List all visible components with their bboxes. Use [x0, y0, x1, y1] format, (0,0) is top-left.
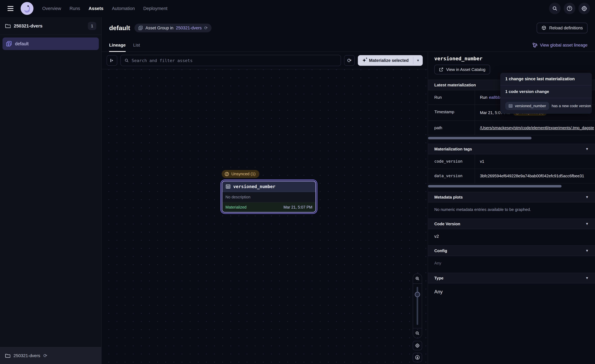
chevron-down-icon: ▼	[585, 147, 589, 151]
page-header: default Asset Group in 250321-dvers ⟳	[102, 17, 595, 39]
graph-settings-gear-icon[interactable]	[413, 341, 422, 350]
config-value: Any	[428, 256, 595, 270]
chevron-down-icon: ▼	[585, 276, 589, 280]
asset-search-box	[120, 55, 341, 66]
run-row-label: Run	[428, 90, 475, 105]
sidebar-footer-label: 250321-dvers	[14, 353, 40, 358]
search-icon	[124, 58, 129, 63]
hamburger-menu-icon[interactable]	[5, 3, 16, 14]
tag-key: data_version	[428, 169, 475, 183]
sidebar-group-row[interactable]: 250321-dvers 1	[0, 17, 101, 35]
search-input[interactable]	[132, 58, 337, 63]
folder-icon	[5, 353, 10, 358]
lineage-graph-icon	[532, 43, 538, 48]
refresh-icon[interactable]: ⟳	[344, 55, 355, 66]
canvas-toolbar: ⟳ ✦ Materialize selected ▼	[102, 52, 428, 69]
page-title: default	[109, 24, 130, 32]
lineage-graph-area[interactable]: Unsynced (1) versioned_number No descrip…	[102, 69, 428, 364]
tag-key: code_version	[428, 154, 475, 168]
main-nav: Overview Runs Assets Automation Deployme…	[42, 6, 167, 11]
sidebar-item-label: default	[15, 41, 28, 46]
asset-node-name: versioned_number	[233, 184, 276, 189]
asset-pill[interactable]: versioned_number	[505, 102, 549, 110]
zoom-out-icon[interactable]	[413, 328, 422, 338]
dagster-logo[interactable]	[21, 2, 34, 15]
section-materialization-tags[interactable]: Materialization tags ▼	[428, 144, 595, 154]
panel-asset-title: versioned_number	[434, 56, 589, 62]
view-global-asset-lineage-label: View global asset lineage	[540, 43, 588, 48]
lineage-canvas: ⟳ ✦ Materialize selected ▼	[102, 52, 428, 364]
external-link-icon	[439, 67, 443, 72]
download-image-icon[interactable]	[413, 353, 422, 362]
tabs-row: Lineage List View global asset lineage	[102, 39, 595, 52]
search-icon[interactable]	[549, 3, 561, 14]
zoom-slider-thumb[interactable]	[415, 292, 420, 297]
sidebar-footer: 250321-dvers ⟳	[0, 347, 101, 364]
folder-icon	[5, 23, 11, 29]
table-row: code_version v1	[428, 154, 595, 169]
nav-item-deployment[interactable]: Deployment	[143, 6, 167, 11]
zoom-controls	[413, 273, 422, 362]
tab-list[interactable]: List	[133, 39, 140, 52]
help-icon[interactable]	[564, 3, 575, 14]
scrollbar-thumb[interactable]	[428, 185, 561, 188]
materialization-tags-table: code_version v1 data_version 3bfc269594e…	[428, 154, 595, 183]
section-config[interactable]: Config ▼	[428, 245, 595, 256]
expand-panel-icon[interactable]	[107, 55, 117, 66]
asset-node-description: No description	[222, 192, 315, 203]
scrollbar-thumb[interactable]	[428, 137, 531, 139]
horizontal-scrollbar[interactable]	[428, 137, 595, 139]
sidebar-item-default[interactable]: default	[2, 37, 99, 50]
asset-pill-label: versioned_number	[515, 104, 546, 108]
chevron-down-icon: ▼	[585, 196, 589, 199]
section-type[interactable]: Type ▼	[428, 273, 595, 283]
sync-status-icon	[225, 172, 229, 176]
zoom-slider[interactable]	[413, 284, 422, 328]
asset-node-footer: Materialized Mar 21, 5:07 PM	[222, 203, 315, 212]
tag-value: 3bfc269594ef649228e9a74bab00f042efc91d5a…	[475, 169, 595, 183]
sidebar-group-label: 250321-dvers	[14, 23, 42, 28]
section-code-version[interactable]: Code Version ▼	[428, 218, 595, 229]
table-icon	[508, 104, 513, 108]
horizontal-scrollbar[interactable]	[428, 185, 595, 188]
materialization-path-link[interactable]: /Users/smackesey/stm/code/elementl/exper…	[480, 126, 594, 130]
asset-node-versioned-number[interactable]: versioned_number No description Material…	[222, 181, 316, 213]
sidebar-divider	[0, 35, 101, 35]
reload-definitions-label: Reload definitions	[549, 26, 583, 30]
changes-tooltip: 1 change since last materialization 1 co…	[500, 73, 592, 114]
section-metadata-plots[interactable]: Metadata plots ▼	[428, 192, 595, 203]
asset-node-header: versioned_number	[222, 181, 315, 192]
table-icon	[226, 184, 231, 189]
view-global-asset-lineage-link[interactable]: View global asset lineage	[532, 43, 588, 48]
chevron-down-icon: ▼	[585, 249, 589, 252]
sidebar-group-count-badge: 1	[88, 22, 96, 30]
nav-item-assets[interactable]: Assets	[89, 6, 104, 11]
path-row-label: path	[428, 121, 475, 135]
table-row: data_version 3bfc269594ef649228e9a74bab0…	[428, 169, 595, 183]
tooltip-title: 1 change since last materialization	[505, 77, 587, 81]
asset-node-cluster: Unsynced (1) versioned_number No descrip…	[222, 170, 316, 213]
zoom-in-icon[interactable]	[413, 274, 422, 284]
tag-value: v1	[475, 154, 595, 168]
asset-group-badge-link[interactable]: 250321-dvers	[176, 26, 202, 30]
materialize-selected-button[interactable]: ✦ Materialize selected ▼	[358, 55, 423, 66]
settings-gear-icon[interactable]	[578, 3, 590, 14]
nav-item-overview[interactable]: Overview	[42, 6, 61, 11]
code-version-value: v2	[428, 229, 595, 244]
unsynced-badge[interactable]: Unsynced (1)	[222, 170, 259, 178]
materialize-dropdown-caret[interactable]: ▼	[413, 55, 423, 66]
asset-group-badge-text: Asset Group in	[145, 26, 173, 30]
octopus-logo-icon	[21, 2, 34, 15]
sync-icon[interactable]: ⟳	[204, 26, 208, 30]
refresh-icon[interactable]: ⟳	[43, 353, 47, 358]
reload-definitions-button[interactable]: Reload definitions	[537, 23, 588, 33]
tooltip-subtitle: 1 code version change	[505, 89, 587, 94]
tab-lineage[interactable]: Lineage	[109, 39, 126, 52]
asset-group-icon	[6, 41, 12, 47]
cube-reload-icon	[541, 25, 546, 30]
metadata-plots-empty-text: No numeric metadata entries available to…	[428, 203, 595, 217]
nav-item-automation[interactable]: Automation	[112, 6, 135, 11]
nav-item-runs[interactable]: Runs	[70, 6, 80, 11]
run-prefix: Run	[480, 95, 488, 100]
view-in-asset-catalog-button[interactable]: View in Asset Catalog	[434, 65, 490, 74]
